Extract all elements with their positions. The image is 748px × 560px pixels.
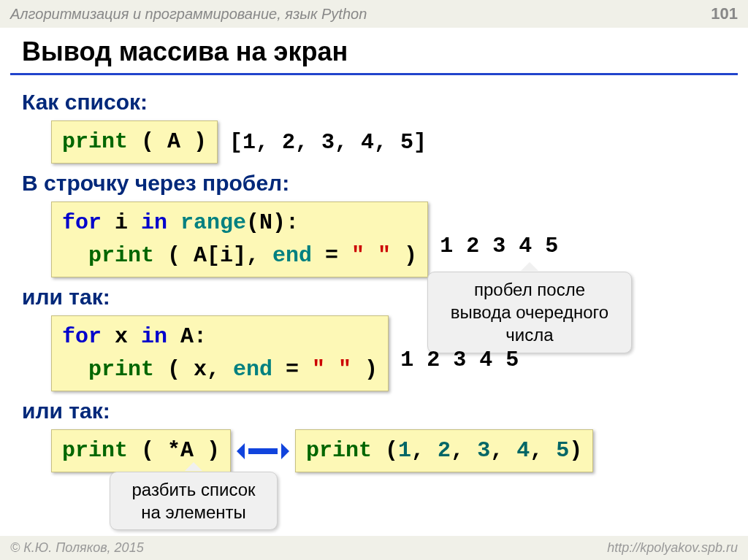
code-print-a: print ( A ) <box>51 120 218 164</box>
code-print-star-a: print ( *A ) <box>51 429 231 472</box>
content: Как список: print ( A ) [1, 2, 3, 4, 5] … <box>0 75 748 480</box>
output-12345-b: 1 2 3 4 5 <box>400 348 519 372</box>
code-for-range: for i in range(N): print ( A[i], end = "… <box>51 202 428 277</box>
callout-split-list: разбить список на элементы <box>110 472 278 530</box>
footer-copyright: © К.Ю. Поляков, 2015 <box>10 540 144 556</box>
header-bar: Алгоритмизация и программирование, язык … <box>0 0 748 28</box>
page-title: Вывод массива на экран <box>0 28 748 73</box>
output-list: [1, 2, 3, 4, 5] <box>229 130 427 155</box>
code-print-expanded: print (1, 2, 3, 4, 5) <box>295 429 593 472</box>
footer: © К.Ю. Поляков, 2015 http://kpolyakov.sp… <box>0 536 748 560</box>
heading-or-2: или так: <box>22 399 726 423</box>
code-for-x-in-a: for x in A: print ( x, end = " " ) <box>51 315 389 391</box>
heading-as-list: Как список: <box>22 90 726 115</box>
page-number: 101 <box>711 4 738 23</box>
header-topic: Алгоритмизация и программирование, язык … <box>10 6 367 23</box>
heading-space-sep: В строчку через пробел: <box>22 171 726 196</box>
footer-url: http://kpolyakov.spb.ru <box>607 540 738 556</box>
double-arrow-icon <box>241 443 285 459</box>
output-12345-a: 1 2 3 4 5 <box>440 234 558 258</box>
